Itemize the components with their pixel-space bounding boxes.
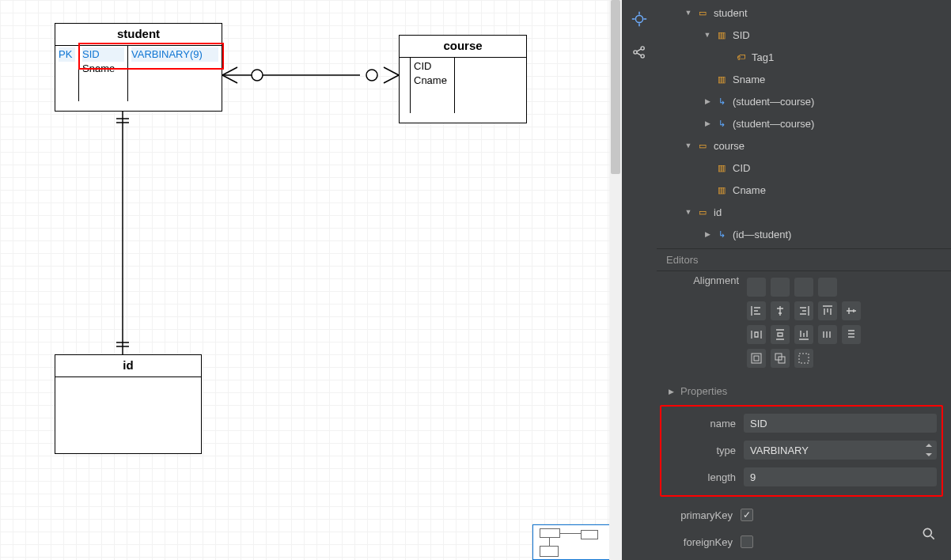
btn-placeholder[interactable]: [818, 278, 837, 297]
type-select[interactable]: VARBINARY: [744, 441, 937, 460]
tree-col-sid[interactable]: ▥ SID: [657, 24, 951, 46]
side-panel: ▭ student ▥ SID 🏷 Tag1 ▥ Sname ↳ (s: [622, 0, 951, 560]
link-icon: ↳: [715, 228, 728, 240]
ungroup-icon[interactable]: [771, 349, 790, 368]
entity-body: CID Cname: [400, 58, 526, 113]
type-col: [455, 58, 526, 113]
svg-rect-20: [799, 354, 809, 363]
entity-body: PK SID Sname VARBINARY(9): [55, 46, 222, 101]
diagram-canvas-area: student PK SID Sname VARBINARY(9) cou: [0, 0, 622, 560]
svg-line-6: [384, 75, 399, 83]
pk-col: [400, 58, 411, 113]
fit-icon[interactable]: [794, 349, 813, 368]
entity-title: course: [400, 36, 526, 58]
foreignkey-checkbox[interactable]: [741, 535, 753, 548]
column-icon: ▥: [715, 73, 728, 85]
align-center-h-icon[interactable]: [771, 301, 790, 320]
attr-name[interactable]: CID: [414, 59, 451, 74]
attr-name[interactable]: SID: [82, 47, 124, 62]
attr-type[interactable]: [131, 62, 218, 76]
column-icon: ▥: [715, 28, 728, 41]
tree-tag1[interactable]: 🏷 Tag1: [657, 46, 951, 68]
attr-name[interactable]: Sname: [82, 62, 124, 76]
tree-link-student-course-2[interactable]: ↳ (student—course): [657, 112, 951, 134]
disclosure-icon[interactable]: [703, 97, 712, 105]
type-col: VARBINARY(9): [128, 46, 222, 101]
column-icon: ▥: [715, 184, 728, 196]
properties-highlight-box: name SID type VARBINARY length 9: [660, 405, 943, 497]
tree-label: Tag1: [752, 51, 774, 63]
tree-label: CID: [733, 162, 750, 174]
tree-col-cid[interactable]: ▥ CID: [657, 157, 951, 179]
primarykey-checkbox[interactable]: ✓: [741, 509, 753, 521]
search-icon[interactable]: [921, 526, 937, 546]
scrollbar-thumb[interactable]: [611, 0, 620, 174]
diagram-canvas[interactable]: student PK SID Sname VARBINARY(9) cou: [0, 0, 622, 560]
locate-icon[interactable]: [628, 8, 650, 30]
entity-icon: ▭: [696, 139, 709, 152]
properties-form: name SID type VARBINARY length 9 primary…: [657, 402, 951, 560]
length-input[interactable]: 9: [744, 467, 937, 486]
align-bottom-icon[interactable]: [794, 325, 813, 344]
attr-name[interactable]: Cname: [414, 74, 451, 88]
distribute-h-icon[interactable]: [747, 325, 766, 344]
tree-col-cname[interactable]: ▥ Cname: [657, 179, 951, 201]
alignment-label: Alignment: [666, 274, 739, 286]
entity-title: student: [55, 24, 222, 46]
pk-col: PK: [55, 46, 79, 101]
disclosure-icon[interactable]: [684, 9, 693, 17]
disclosure-icon[interactable]: [684, 142, 693, 149]
align-right-icon[interactable]: [794, 301, 813, 320]
disclosure-icon[interactable]: [703, 31, 712, 39]
svg-point-12: [635, 15, 642, 22]
prop-name-row: name SID: [663, 410, 937, 437]
entity-student[interactable]: student PK SID Sname VARBINARY(9): [55, 23, 222, 112]
prop-foreignkey-label: foreignKey: [660, 536, 733, 548]
entity-body: [55, 377, 201, 453]
prop-referenceto-row: referenceTo —: [660, 555, 943, 560]
btn-placeholder[interactable]: [794, 278, 813, 297]
entity-id[interactable]: id: [55, 354, 202, 454]
entity-course[interactable]: course CID Cname: [399, 35, 527, 123]
spacing-v-icon[interactable]: [842, 325, 861, 344]
btn-placeholder[interactable]: [771, 278, 790, 297]
pk-cell: PK: [59, 47, 75, 62]
align-middle-icon[interactable]: [842, 301, 861, 320]
tree-label: (student—course): [733, 118, 814, 130]
tree-link-student-course-1[interactable]: ↳ (student—course): [657, 90, 951, 112]
tree-entity-id[interactable]: ▭ id: [657, 201, 951, 223]
outline-tree: ▭ student ▥ SID 🏷 Tag1 ▥ Sname ↳ (s: [657, 0, 951, 248]
tag-icon: 🏷: [734, 51, 747, 63]
canvas-scrollbar[interactable]: [609, 0, 622, 560]
disclosure-icon[interactable]: [703, 230, 712, 238]
spacing-h-icon[interactable]: [818, 325, 837, 344]
disclosure-icon[interactable]: [684, 208, 693, 216]
tree-link-id-student[interactable]: ↳ (id—student): [657, 223, 951, 245]
entity-title: id: [55, 355, 201, 377]
entity-icon: ▭: [696, 6, 709, 19]
tree-label: course: [714, 140, 745, 152]
group-icon[interactable]: [747, 349, 766, 368]
share-icon[interactable]: [628, 41, 650, 63]
align-top-icon[interactable]: [818, 301, 837, 320]
tree-label: SID: [733, 29, 750, 41]
disclosure-icon[interactable]: [703, 119, 712, 127]
minimap[interactable]: [532, 524, 619, 560]
svg-point-21: [923, 528, 931, 536]
disclosure-icon[interactable]: [666, 388, 676, 395]
btn-placeholder[interactable]: [747, 278, 766, 297]
tree-label: Cname: [733, 184, 766, 196]
properties-label: Properties: [680, 385, 727, 397]
attr-type[interactable]: VARBINARY(9): [131, 47, 218, 62]
editors-header: Editors: [657, 248, 951, 271]
prop-name-label: name: [663, 418, 736, 429]
tree-col-sname[interactable]: ▥ Sname: [657, 68, 951, 90]
tree-entity-course[interactable]: ▭ course: [657, 134, 951, 157]
name-input[interactable]: SID: [744, 414, 937, 433]
svg-point-1: [252, 70, 263, 81]
distribute-v-icon[interactable]: [771, 325, 790, 344]
align-left-icon[interactable]: [747, 301, 766, 320]
name-col: CID Cname: [411, 58, 455, 113]
tree-entity-student[interactable]: ▭ student: [657, 2, 951, 24]
properties-header[interactable]: Properties: [657, 380, 951, 402]
